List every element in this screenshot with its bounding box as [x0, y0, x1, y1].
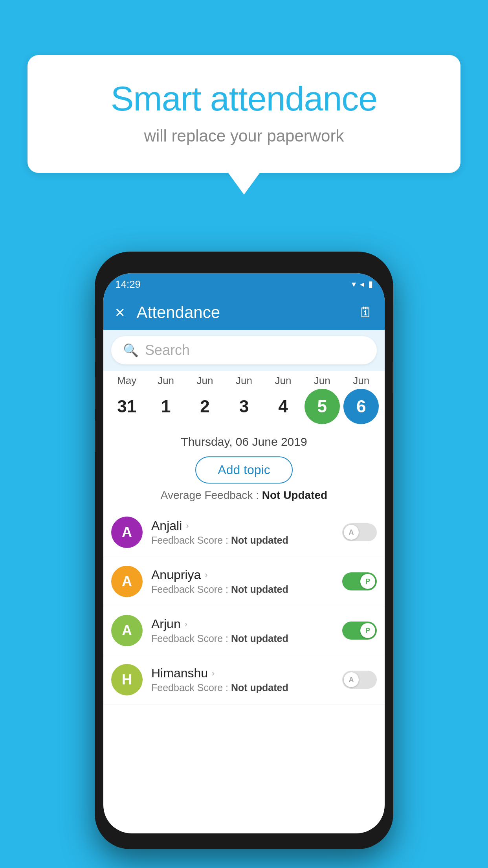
attendance-toggle[interactable]: P: [342, 572, 377, 590]
calendar-month-label: May: [109, 375, 145, 387]
status-bar: 14:29 ▾ ◂ ▮: [103, 273, 385, 295]
speech-bubble: Smart attendance will replace your paper…: [28, 55, 460, 173]
calendar-date-cell[interactable]: 2: [187, 389, 223, 424]
student-item[interactable]: AAnjali ›Feedback Score : Not updatedA: [103, 508, 385, 557]
student-list: AAnjali ›Feedback Score : Not updatedAAA…: [103, 508, 385, 704]
attendance-toggle-wrapper[interactable]: A: [342, 523, 377, 541]
close-button[interactable]: ×: [115, 303, 125, 322]
student-feedback: Feedback Score : Not updated: [151, 584, 342, 595]
student-feedback: Feedback Score : Not updated: [151, 682, 342, 693]
phone-notch: [220, 252, 268, 266]
calendar-date-cell[interactable]: 3: [226, 389, 262, 424]
toggle-knob: A: [344, 672, 359, 687]
silent-button: [95, 421, 95, 452]
phone-body: 14:29 ▾ ◂ ▮ × Attendance 🗓 🔍 Search: [95, 252, 393, 849]
signal-icon: ◂: [360, 279, 364, 289]
toggle-knob: P: [360, 623, 375, 638]
student-feedback: Feedback Score : Not updated: [151, 535, 342, 546]
calendar-month-label: Jun: [305, 375, 340, 387]
student-avatar: A: [111, 517, 143, 548]
calendar-date-cell[interactable]: 5: [305, 389, 340, 424]
calendar-month-label: Jun: [187, 375, 223, 387]
add-topic-button[interactable]: Add topic: [195, 456, 292, 484]
attendance-toggle-wrapper[interactable]: P: [342, 572, 377, 590]
student-item[interactable]: AArjun ›Feedback Score : Not updatedP: [103, 606, 385, 655]
calendar-month-label: Jun: [343, 375, 379, 387]
bubble-title: Smart attendance: [59, 79, 429, 119]
volume-up-button: [95, 338, 95, 362]
selected-date-label: Thursday, 06 June 2019: [103, 428, 385, 453]
bubble-arrow: [228, 173, 260, 195]
student-item[interactable]: AAnupriya ›Feedback Score : Not updatedP: [103, 557, 385, 606]
avg-feedback-label: Average Feedback : Not Updated: [103, 489, 385, 508]
calendar-date-cell[interactable]: 31: [109, 389, 145, 424]
calendar-month-label: Jun: [226, 375, 262, 387]
chevron-right-icon: ›: [205, 570, 207, 580]
search-container: 🔍 Search: [103, 330, 385, 371]
student-name: Himanshu ›: [151, 666, 342, 680]
power-button: [393, 362, 393, 393]
student-info: Anjali ›Feedback Score : Not updated: [151, 519, 342, 546]
phone-screen: 14:29 ▾ ◂ ▮ × Attendance 🗓 🔍 Search: [103, 273, 385, 833]
calendar-dates-row: 31123456: [103, 389, 385, 424]
chevron-right-icon: ›: [185, 619, 187, 629]
speech-bubble-section: Smart attendance will replace your paper…: [28, 55, 460, 195]
student-name: Anupriya ›: [151, 568, 342, 582]
student-name: Arjun ›: [151, 617, 342, 631]
attendance-toggle[interactable]: P: [342, 622, 377, 640]
student-avatar: H: [111, 664, 143, 695]
student-info: Anupriya ›Feedback Score : Not updated: [151, 568, 342, 595]
phone-mockup: 14:29 ▾ ◂ ▮ × Attendance 🗓 🔍 Search: [95, 252, 393, 849]
attendance-toggle[interactable]: A: [342, 523, 377, 541]
calendar-date-cell[interactable]: 4: [265, 389, 301, 424]
student-info: Arjun ›Feedback Score : Not updated: [151, 617, 342, 644]
attendance-toggle[interactable]: A: [342, 671, 377, 689]
calendar-date-cell[interactable]: 1: [148, 389, 183, 424]
app-title: Attendance: [137, 303, 359, 322]
calendar-month-label: Jun: [148, 375, 183, 387]
avg-feedback-value: Not Updated: [262, 489, 327, 501]
chevron-right-icon: ›: [212, 668, 215, 679]
wifi-icon: ▾: [352, 279, 356, 289]
calendar-strip: MayJunJunJunJunJunJun 31123456: [103, 371, 385, 428]
avg-feedback-text: Average Feedback :: [161, 489, 262, 501]
battery-icon: ▮: [368, 279, 373, 289]
student-avatar: A: [111, 615, 143, 646]
chevron-right-icon: ›: [186, 521, 189, 531]
attendance-toggle-wrapper[interactable]: P: [342, 622, 377, 640]
student-item[interactable]: HHimanshu ›Feedback Score : Not updatedA: [103, 655, 385, 704]
search-bar[interactable]: 🔍 Search: [111, 336, 377, 364]
search-placeholder: Search: [145, 342, 190, 359]
search-icon: 🔍: [123, 343, 139, 358]
volume-down-button: [95, 377, 95, 409]
add-topic-container: Add topic: [103, 453, 385, 489]
status-time: 14:29: [115, 278, 141, 291]
calendar-month-label: Jun: [265, 375, 301, 387]
calendar-months-row: MayJunJunJunJunJunJun: [103, 375, 385, 387]
calendar-date-cell[interactable]: 6: [343, 389, 379, 424]
app-header: × Attendance 🗓: [103, 295, 385, 330]
student-feedback: Feedback Score : Not updated: [151, 633, 342, 644]
calendar-icon[interactable]: 🗓: [359, 304, 373, 321]
status-icons: ▾ ◂ ▮: [352, 279, 373, 289]
student-name: Anjali ›: [151, 519, 342, 533]
attendance-toggle-wrapper[interactable]: A: [342, 671, 377, 689]
toggle-knob: P: [360, 574, 375, 589]
student-avatar: A: [111, 566, 143, 597]
student-info: Himanshu ›Feedback Score : Not updated: [151, 666, 342, 693]
toggle-knob: A: [344, 525, 359, 540]
bubble-subtitle: will replace your paperwork: [59, 127, 429, 145]
